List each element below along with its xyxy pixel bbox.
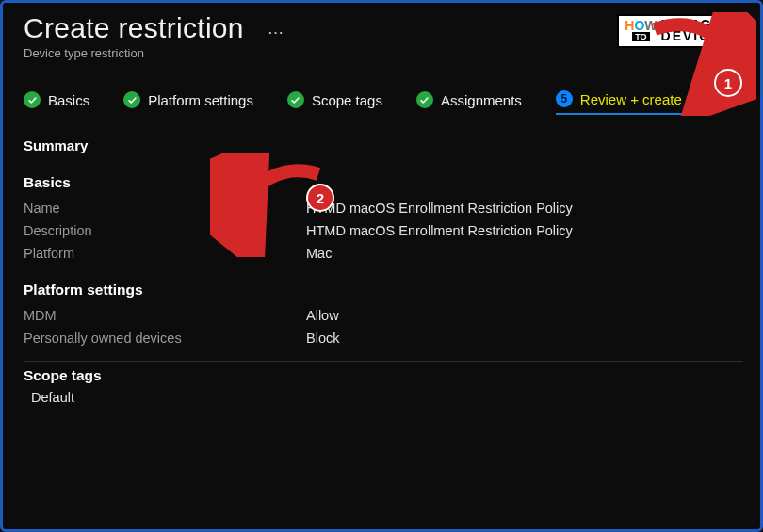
check-icon: [123, 91, 140, 108]
tab-label: Scope tags: [312, 92, 382, 108]
row-key: Platform: [24, 246, 306, 261]
logo-text: MANAGE DEVICES: [661, 20, 732, 42]
page-subtitle: Device type restriction: [24, 46, 285, 60]
section-platform-title: Platform settings: [24, 282, 743, 298]
tab-platform-settings[interactable]: Platform settings: [123, 91, 253, 114]
page-title: Create restriction …: [24, 12, 285, 44]
check-icon: [416, 91, 433, 108]
logo-how: HOW: [625, 21, 657, 31]
divider: [24, 361, 743, 362]
row-key: Description: [24, 223, 306, 238]
section-basics-rows: Name HTMD macOS Enrollment Restriction P…: [24, 201, 743, 261]
page-root: Create restriction … Device type restric…: [0, 0, 763, 532]
section-basics-title: Basics: [24, 174, 743, 191]
row-key: Personally owned devices: [24, 330, 306, 346]
tab-label: Review + create: [580, 91, 682, 107]
logo-line2: DEVICES: [661, 31, 732, 42]
tab-assignments[interactable]: Assignments: [416, 91, 522, 114]
check-icon: [24, 91, 41, 108]
tab-review-create[interactable]: 5 Review + create: [556, 90, 682, 115]
check-icon: [287, 91, 304, 108]
section-scope-title: Scope tags: [24, 367, 743, 384]
tab-label: Assignments: [441, 92, 522, 108]
section-platform-rows: MDM Allow Personally owned devices Block: [24, 308, 743, 346]
tab-scope-tags[interactable]: Scope tags: [287, 91, 382, 114]
wizard-tabs: Basics Platform settings Scope tags Assi…: [24, 90, 743, 115]
row-value: Block: [306, 330, 743, 346]
brand-logo: HOW TO MANAGE DEVICES: [617, 14, 739, 48]
current-step-icon: 5: [556, 90, 573, 107]
logo-to: TO: [632, 32, 649, 41]
more-icon[interactable]: …: [267, 19, 285, 38]
row-value: HTMD macOS Enrollment Restriction Policy: [306, 223, 743, 238]
tab-basics[interactable]: Basics: [24, 91, 89, 114]
tab-label: Platform settings: [148, 92, 253, 108]
header: Create restriction … Device type restric…: [24, 12, 743, 60]
tab-label: Basics: [48, 92, 89, 108]
scope-tag-value: Default: [31, 390, 743, 405]
row-value: Allow: [306, 308, 743, 323]
row-key: Name: [24, 201, 306, 216]
title-block: Create restriction … Device type restric…: [24, 12, 285, 60]
page-title-text: Create restriction: [24, 12, 244, 43]
row-key: MDM: [24, 308, 306, 323]
summary-heading: Summary: [24, 137, 743, 153]
row-value: HTMD macOS Enrollment Restriction Policy: [306, 201, 743, 216]
row-value: Mac: [306, 246, 743, 261]
